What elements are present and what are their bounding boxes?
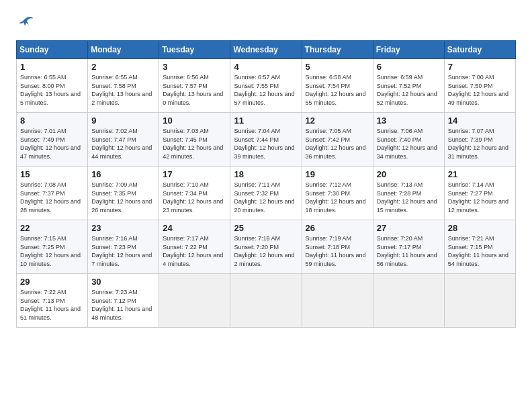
weekday-header: Sunday <box>17 41 88 59</box>
calendar-week-row: 22Sunrise: 7:15 AMSunset: 7:25 PMDayligh… <box>17 220 516 274</box>
calendar-day-cell: 16Sunrise: 7:09 AMSunset: 7:35 PMDayligh… <box>88 167 159 220</box>
day-number: 16 <box>91 169 155 179</box>
calendar-week-row: 15Sunrise: 7:08 AMSunset: 7:37 PMDayligh… <box>17 167 516 220</box>
day-info: Sunrise: 7:18 AMSunset: 7:20 PMDaylight:… <box>234 234 298 268</box>
day-number: 5 <box>306 62 369 72</box>
calendar-week-row: 29Sunrise: 7:22 AMSunset: 7:13 PMDayligh… <box>17 274 516 328</box>
weekday-header: Tuesday <box>159 41 230 59</box>
calendar-day-cell: 28Sunrise: 7:21 AMSunset: 7:15 PMDayligh… <box>444 220 515 274</box>
calendar-day-cell <box>159 274 230 328</box>
day-number: 24 <box>163 223 226 233</box>
calendar-day-cell: 2Sunrise: 6:55 AMSunset: 7:58 PMDaylight… <box>88 59 159 113</box>
weekday-header: Monday <box>88 41 159 59</box>
day-info: Sunrise: 7:15 AMSunset: 7:25 PMDaylight:… <box>20 234 84 268</box>
day-info: Sunrise: 7:19 AMSunset: 7:18 PMDaylight:… <box>306 234 369 268</box>
calendar-day-cell: 15Sunrise: 7:08 AMSunset: 7:37 PMDayligh… <box>17 167 88 220</box>
day-number: 27 <box>377 223 441 233</box>
day-info: Sunrise: 7:06 AMSunset: 7:40 PMDaylight:… <box>377 127 441 161</box>
day-info: Sunrise: 6:56 AMSunset: 7:57 PMDaylight:… <box>163 73 226 107</box>
calendar-day-cell <box>444 274 515 328</box>
calendar-day-cell: 12Sunrise: 7:05 AMSunset: 7:42 PMDayligh… <box>302 113 373 167</box>
day-info: Sunrise: 7:05 AMSunset: 7:42 PMDaylight:… <box>306 127 369 161</box>
calendar-day-cell: 26Sunrise: 7:19 AMSunset: 7:18 PMDayligh… <box>302 220 373 274</box>
weekday-header: Thursday <box>302 41 373 59</box>
calendar-day-cell: 1Sunrise: 6:55 AMSunset: 8:00 PMDaylight… <box>17 59 88 113</box>
day-number: 11 <box>234 116 298 126</box>
calendar-day-cell: 3Sunrise: 6:56 AMSunset: 7:57 PMDaylight… <box>159 59 230 113</box>
day-info: Sunrise: 7:11 AMSunset: 7:32 PMDaylight:… <box>234 181 298 214</box>
calendar-day-cell: 8Sunrise: 7:01 AMSunset: 7:49 PMDaylight… <box>17 113 88 167</box>
day-number: 14 <box>448 116 512 126</box>
day-info: Sunrise: 6:58 AMSunset: 7:54 PMDaylight:… <box>306 73 369 107</box>
day-number: 30 <box>91 277 155 287</box>
day-info: Sunrise: 6:55 AMSunset: 7:58 PMDaylight:… <box>91 73 155 107</box>
day-number: 22 <box>20 223 84 233</box>
day-info: Sunrise: 7:10 AMSunset: 7:34 PMDaylight:… <box>163 181 226 214</box>
calendar-day-cell: 17Sunrise: 7:10 AMSunset: 7:34 PMDayligh… <box>159 167 230 220</box>
calendar-day-cell: 10Sunrise: 7:03 AMSunset: 7:45 PMDayligh… <box>159 113 230 167</box>
day-info: Sunrise: 6:59 AMSunset: 7:52 PMDaylight:… <box>377 73 441 107</box>
calendar-day-cell: 29Sunrise: 7:22 AMSunset: 7:13 PMDayligh… <box>17 274 88 328</box>
day-number: 18 <box>234 169 298 179</box>
calendar-day-cell: 11Sunrise: 7:04 AMSunset: 7:44 PMDayligh… <box>230 113 302 167</box>
calendar-day-cell <box>373 274 444 328</box>
calendar-day-cell: 13Sunrise: 7:06 AMSunset: 7:40 PMDayligh… <box>373 113 444 167</box>
day-number: 25 <box>234 223 298 233</box>
day-info: Sunrise: 7:13 AMSunset: 7:28 PMDaylight:… <box>377 181 441 214</box>
calendar-day-cell <box>230 274 302 328</box>
calendar-day-cell: 22Sunrise: 7:15 AMSunset: 7:25 PMDayligh… <box>17 220 88 274</box>
calendar-day-cell: 5Sunrise: 6:58 AMSunset: 7:54 PMDaylight… <box>302 59 373 113</box>
calendar-day-cell: 27Sunrise: 7:20 AMSunset: 7:17 PMDayligh… <box>373 220 444 274</box>
weekday-header: Saturday <box>444 41 515 59</box>
calendar-day-cell: 7Sunrise: 7:00 AMSunset: 7:50 PMDaylight… <box>444 59 515 113</box>
day-number: 12 <box>306 116 369 126</box>
day-info: Sunrise: 7:16 AMSunset: 7:23 PMDaylight:… <box>91 234 155 268</box>
day-number: 8 <box>20 116 84 126</box>
day-info: Sunrise: 7:14 AMSunset: 7:27 PMDaylight:… <box>448 181 512 214</box>
day-info: Sunrise: 7:07 AMSunset: 7:39 PMDaylight:… <box>448 127 512 161</box>
calendar-table: SundayMondayTuesdayWednesdayThursdayFrid… <box>16 40 516 328</box>
calendar-day-cell: 9Sunrise: 7:02 AMSunset: 7:47 PMDaylight… <box>88 113 159 167</box>
header <box>16 13 516 32</box>
weekday-header-row: SundayMondayTuesdayWednesdayThursdayFrid… <box>17 41 516 59</box>
day-number: 21 <box>448 169 512 179</box>
day-info: Sunrise: 7:17 AMSunset: 7:22 PMDaylight:… <box>163 234 226 268</box>
day-number: 13 <box>377 116 441 126</box>
calendar-day-cell: 18Sunrise: 7:11 AMSunset: 7:32 PMDayligh… <box>230 167 302 220</box>
logo-icon <box>16 13 35 32</box>
calendar-day-cell: 25Sunrise: 7:18 AMSunset: 7:20 PMDayligh… <box>230 220 302 274</box>
day-number: 19 <box>306 169 369 179</box>
day-info: Sunrise: 6:55 AMSunset: 8:00 PMDaylight:… <box>20 73 84 107</box>
day-number: 29 <box>20 277 84 287</box>
day-number: 4 <box>234 62 298 72</box>
calendar-week-row: 8Sunrise: 7:01 AMSunset: 7:49 PMDaylight… <box>17 113 516 167</box>
logo <box>16 13 38 32</box>
day-number: 3 <box>163 62 226 72</box>
day-info: Sunrise: 7:12 AMSunset: 7:30 PMDaylight:… <box>306 181 369 214</box>
day-number: 1 <box>20 62 84 72</box>
calendar-day-cell: 14Sunrise: 7:07 AMSunset: 7:39 PMDayligh… <box>444 113 515 167</box>
calendar-day-cell: 6Sunrise: 6:59 AMSunset: 7:52 PMDaylight… <box>373 59 444 113</box>
weekday-header: Friday <box>373 41 444 59</box>
day-number: 7 <box>448 62 512 72</box>
day-info: Sunrise: 7:21 AMSunset: 7:15 PMDaylight:… <box>448 234 512 268</box>
day-info: Sunrise: 7:23 AMSunset: 7:12 PMDaylight:… <box>91 288 155 322</box>
day-number: 15 <box>20 169 84 179</box>
calendar-day-cell <box>302 274 373 328</box>
day-number: 9 <box>91 116 155 126</box>
weekday-header: Wednesday <box>230 41 302 59</box>
calendar-day-cell: 20Sunrise: 7:13 AMSunset: 7:28 PMDayligh… <box>373 167 444 220</box>
day-number: 28 <box>448 223 512 233</box>
day-number: 26 <box>306 223 369 233</box>
day-info: Sunrise: 7:08 AMSunset: 7:37 PMDaylight:… <box>20 181 84 214</box>
day-info: Sunrise: 7:22 AMSunset: 7:13 PMDaylight:… <box>20 288 84 322</box>
calendar-day-cell: 24Sunrise: 7:17 AMSunset: 7:22 PMDayligh… <box>159 220 230 274</box>
day-number: 17 <box>163 169 226 179</box>
day-number: 23 <box>91 223 155 233</box>
day-number: 10 <box>163 116 226 126</box>
calendar-day-cell: 19Sunrise: 7:12 AMSunset: 7:30 PMDayligh… <box>302 167 373 220</box>
day-number: 6 <box>377 62 441 72</box>
day-info: Sunrise: 7:02 AMSunset: 7:47 PMDaylight:… <box>91 127 155 161</box>
day-info: Sunrise: 6:57 AMSunset: 7:55 PMDaylight:… <box>234 73 298 107</box>
day-info: Sunrise: 7:04 AMSunset: 7:44 PMDaylight:… <box>234 127 298 161</box>
